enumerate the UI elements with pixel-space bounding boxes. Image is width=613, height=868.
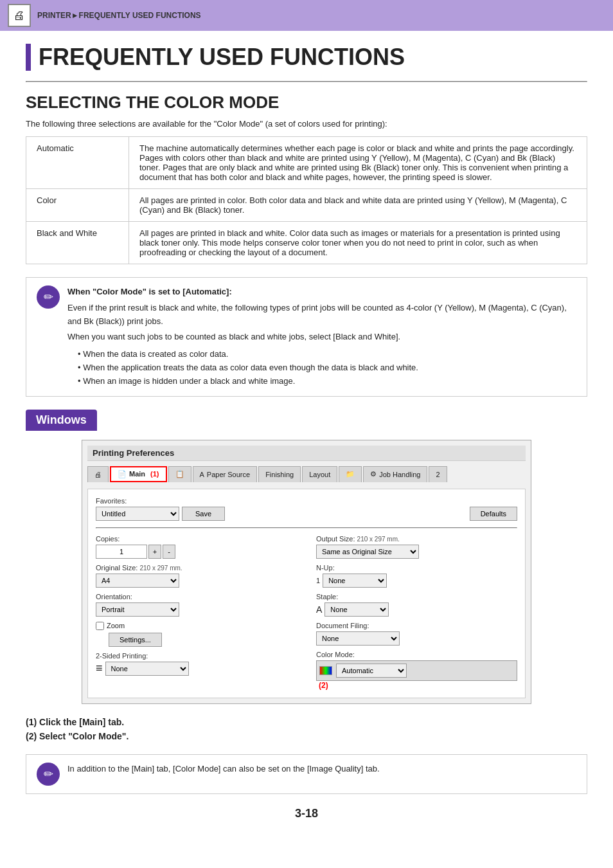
color-mode-label-cell: Color bbox=[26, 189, 129, 222]
dialog-right-col: Output Size: 210 x 297 mm. Same as Origi… bbox=[316, 535, 517, 690]
top-bar: 🖨 PRINTER►FREQUENTLY USED FUNCTIONS bbox=[0, 0, 613, 31]
original-size-select[interactable]: A4 bbox=[96, 574, 179, 588]
output-size-select[interactable]: Same as Original Size bbox=[316, 545, 419, 559]
bottom-note-text: In addition to the [Main] tab, [Color Mo… bbox=[67, 763, 380, 776]
note-icon: ✏ bbox=[37, 285, 60, 309]
tab-paper-source-icon: A bbox=[200, 471, 204, 478]
tab-paper-source-label: Paper Source bbox=[207, 471, 250, 478]
note-box: ✏ When "Color Mode" is set to [Automatic… bbox=[26, 277, 587, 397]
favorites-select[interactable]: Untitled bbox=[96, 507, 179, 521]
original-size-field: Original Size: 210 x 297 mm. A4 bbox=[96, 564, 297, 588]
zoom-row: Zoom bbox=[96, 622, 297, 630]
dialog-columns: Copies: + - Original Size: 210 x 297 mm.… bbox=[96, 535, 517, 690]
tab-layout[interactable]: Layout bbox=[302, 466, 337, 482]
nup-field: N-Up: 1 None bbox=[316, 564, 517, 588]
tab-2[interactable]: 2 bbox=[429, 466, 447, 482]
tab-main-icon: 📄 bbox=[118, 470, 127, 478]
note-content: When "Color Mode" is set to [Automatic]:… bbox=[67, 285, 576, 388]
steps-list: (1) Click the [Main] tab. (2) Select "Co… bbox=[26, 717, 587, 741]
output-size-field: Output Size: 210 x 297 mm. Same as Origi… bbox=[316, 535, 517, 559]
table-row: Black and WhiteAll pages are printed in … bbox=[26, 222, 587, 264]
tab-paper-source[interactable]: A Paper Source bbox=[193, 466, 258, 482]
copies-stepper: + - bbox=[96, 545, 297, 559]
tab-s-icon: 🖨 bbox=[94, 471, 102, 478]
doc-filing-label: Document Filing: bbox=[316, 622, 517, 629]
tab-job-handling-icon: ⚙ bbox=[370, 470, 377, 478]
color-mode-label-cell: Black and White bbox=[26, 222, 129, 264]
nup-select[interactable]: None bbox=[323, 574, 387, 588]
step-2-number: (2) bbox=[26, 731, 37, 741]
step1-indicator: (1) bbox=[150, 470, 159, 478]
page-title-wrapper: FREQUENTLY USED FUNCTIONS bbox=[26, 44, 587, 71]
bottom-note-icon: ✏ bbox=[37, 763, 60, 786]
copies-label: Copies: bbox=[96, 535, 297, 543]
copies-input[interactable] bbox=[96, 545, 147, 559]
copies-minus-btn[interactable]: - bbox=[163, 545, 175, 559]
color-mode-table: AutomaticThe machine automatically deter… bbox=[26, 136, 587, 264]
save-button[interactable]: Save bbox=[182, 507, 225, 521]
table-row: AutomaticThe machine automatically deter… bbox=[26, 137, 587, 189]
tab-main[interactable]: 📄 Main (1) bbox=[110, 466, 167, 482]
color-mode-label: Color Mode: bbox=[316, 651, 517, 658]
step-1-number: (1) bbox=[26, 717, 37, 727]
printing-preferences-dialog: Printing Preferences 🖨 📄 Main (1) 📋 A Pa… bbox=[82, 440, 531, 704]
color-mode-icon bbox=[319, 666, 332, 675]
bottom-note: ✏ In addition to the [Main] tab, [Color … bbox=[26, 754, 587, 794]
two-sided-select[interactable]: None bbox=[105, 662, 189, 676]
color-mode-desc-cell: The machine automatically determines whe… bbox=[129, 137, 587, 189]
bottom-note-body: In addition to the [Main] tab, [Color Mo… bbox=[67, 763, 380, 776]
dialog-tabs: 🖨 📄 Main (1) 📋 A Paper Source Finishing … bbox=[87, 466, 526, 482]
step-2-text: Select "Color Mode". bbox=[39, 731, 129, 741]
tab-job-handling[interactable]: ⚙ Job Handling bbox=[363, 466, 427, 482]
page-number: 3-18 bbox=[26, 807, 587, 820]
copies-plus-btn[interactable]: + bbox=[148, 545, 161, 559]
color-mode-select-row: Automatic bbox=[316, 660, 517, 681]
two-sided-label: 2-Sided Printing: bbox=[96, 652, 297, 660]
note-body: Even if the print result is black and wh… bbox=[67, 302, 576, 329]
page-content: FREQUENTLY USED FUNCTIONS SELECTING THE … bbox=[0, 31, 613, 846]
note-bullets: • When the data is created as color data… bbox=[78, 348, 576, 388]
note-sub: When you want such jobs to be counted as… bbox=[67, 330, 576, 344]
tab-7-icon: 📁 bbox=[346, 470, 355, 478]
tab-layout-label: Layout bbox=[309, 471, 330, 478]
note-bullet: • When an image is hidden under a black … bbox=[78, 375, 576, 388]
color-mode-select[interactable]: Automatic bbox=[336, 664, 407, 678]
doc-filing-select[interactable]: None bbox=[316, 631, 400, 646]
orientation-field: Orientation: Portrait bbox=[96, 593, 297, 617]
dialog-title: Printing Preferences bbox=[87, 446, 526, 461]
step-2: (2) Select "Color Mode". bbox=[26, 731, 587, 741]
defaults-button[interactable]: Defaults bbox=[470, 507, 517, 521]
note-bullet: • When the application treats the data a… bbox=[78, 361, 576, 375]
tab-finishing-label: Finishing bbox=[265, 471, 294, 478]
tab-3-icon: 📋 bbox=[175, 470, 184, 478]
favorites-field: Favorites: Untitled Save bbox=[96, 497, 225, 521]
step2-indicator: (2) bbox=[319, 681, 328, 690]
intro-text: The following three selections are avail… bbox=[26, 119, 587, 129]
zoom-checkbox[interactable] bbox=[96, 622, 104, 630]
original-size-label: Original Size: 210 x 297 mm. bbox=[96, 564, 297, 572]
tab-s[interactable]: 🖨 bbox=[87, 466, 109, 482]
page-title: FREQUENTLY USED FUNCTIONS bbox=[39, 44, 587, 71]
windows-section-header: Windows bbox=[26, 410, 97, 431]
orientation-select[interactable]: Portrait bbox=[96, 602, 179, 617]
color-mode-label-cell: Automatic bbox=[26, 137, 129, 189]
note-bullet: • When the data is created as color data… bbox=[78, 348, 576, 361]
tab-3[interactable]: 📋 bbox=[168, 466, 191, 482]
tab-7[interactable]: 📁 bbox=[339, 466, 362, 482]
tab-2-label: 2 bbox=[436, 471, 440, 478]
staple-field: Staple: A None bbox=[316, 593, 517, 617]
note-title: When "Color Mode" is set to [Automatic]: bbox=[67, 285, 576, 299]
favorites-row: Favorites: Untitled Save Defaults bbox=[96, 497, 517, 521]
copies-field: Copies: + - bbox=[96, 535, 297, 559]
table-row: ColorAll pages are printed in color. Bot… bbox=[26, 189, 587, 222]
tab-finishing[interactable]: Finishing bbox=[258, 466, 301, 482]
zoom-label: Zoom bbox=[107, 622, 125, 629]
nup-label: N-Up: bbox=[316, 564, 517, 572]
settings-button[interactable]: Settings... bbox=[109, 633, 162, 647]
staple-select[interactable]: None bbox=[324, 602, 389, 617]
tab-main-label: Main bbox=[129, 470, 145, 478]
dialog-left-col: Copies: + - Original Size: 210 x 297 mm.… bbox=[96, 535, 297, 690]
orientation-label: Orientation: bbox=[96, 593, 297, 601]
section-title: SELECTING THE COLOR MODE bbox=[26, 93, 587, 113]
doc-filing-field: Document Filing: None bbox=[316, 622, 517, 646]
